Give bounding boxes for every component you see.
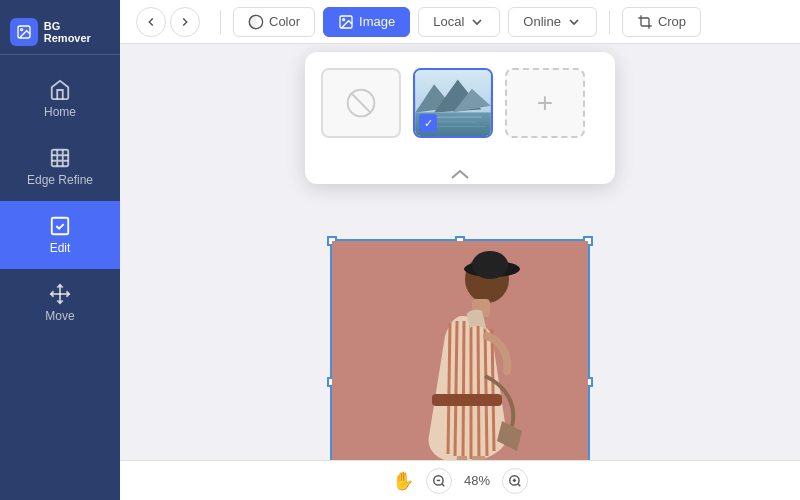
zoom-control: ✋ 48% <box>392 468 528 494</box>
edge-refine-label: Edge Refine <box>27 173 93 187</box>
color-label: Color <box>269 14 300 29</box>
sidebar-item-edge-refine[interactable]: Edge Refine <box>0 133 120 201</box>
panel-collapse-arrow[interactable] <box>450 168 470 182</box>
toolbar-divider-1 <box>220 10 221 34</box>
svg-line-28 <box>485 325 487 456</box>
color-icon <box>248 14 264 30</box>
logo-icon <box>10 18 38 46</box>
thumbnail-add-button[interactable]: + <box>505 68 585 138</box>
edit-icon <box>49 215 71 237</box>
svg-line-29 <box>492 329 494 451</box>
edge-refine-icon <box>49 147 71 169</box>
crop-icon <box>637 14 653 30</box>
thumbnail-selected-check: ✓ <box>419 114 437 132</box>
crop-label: Crop <box>658 14 686 29</box>
online-label: Online <box>523 14 561 29</box>
zoom-level: 48% <box>464 473 490 488</box>
forward-button[interactable] <box>170 7 200 37</box>
svg-point-22 <box>472 251 508 279</box>
svg-rect-31 <box>432 394 502 406</box>
local-label: Local <box>433 14 464 29</box>
svg-point-8 <box>343 18 345 20</box>
nav-buttons <box>136 7 200 37</box>
zoom-in-button[interactable] <box>502 468 528 494</box>
zoom-in-icon <box>508 474 522 488</box>
app-title: BG Remover <box>44 20 110 44</box>
person-svg <box>332 241 588 460</box>
image-panel: ✓ + <box>305 52 615 184</box>
svg-line-25 <box>463 321 464 458</box>
back-icon <box>144 15 158 29</box>
main-content: Color Image Local Online <box>120 0 800 500</box>
image-icon <box>338 14 354 30</box>
app-logo: BG Remover <box>0 10 120 55</box>
home-label: Home <box>44 105 76 119</box>
image-button[interactable]: Image <box>323 7 410 37</box>
image-label: Image <box>359 14 395 29</box>
add-icon: + <box>537 87 553 119</box>
svg-line-30 <box>448 323 450 454</box>
svg-point-1 <box>21 29 23 31</box>
sidebar: BG Remover Home Edge Refine Edit <box>0 0 120 500</box>
zoom-out-icon <box>432 474 446 488</box>
bottom-bar: ✋ 48% <box>120 460 800 500</box>
sidebar-item-edit[interactable]: Edit <box>0 201 120 269</box>
canvas-image <box>332 241 588 460</box>
back-button[interactable] <box>136 7 166 37</box>
svg-line-10 <box>352 94 371 113</box>
svg-line-33 <box>442 483 445 486</box>
toolbar: Color Image Local Online <box>120 0 800 44</box>
svg-line-36 <box>518 483 521 486</box>
sidebar-item-home[interactable]: Home <box>0 65 120 133</box>
canvas-area: ✓ + <box>120 44 800 460</box>
crop-button[interactable]: Crop <box>622 7 701 37</box>
local-button[interactable]: Local <box>418 7 500 37</box>
edit-label: Edit <box>50 241 71 255</box>
svg-line-24 <box>455 321 457 456</box>
thumbnail-empty[interactable] <box>321 68 401 138</box>
svg-rect-3 <box>52 218 69 235</box>
sidebar-item-move[interactable]: Move <box>0 269 120 337</box>
online-chevron-icon <box>566 14 582 30</box>
chevron-up-icon <box>450 168 470 182</box>
hand-tool-button[interactable]: ✋ <box>392 470 414 492</box>
svg-rect-2 <box>52 150 69 167</box>
local-chevron-icon <box>469 14 485 30</box>
toolbar-divider-2 <box>609 10 610 34</box>
no-image-icon <box>345 87 377 119</box>
move-icon <box>49 283 71 305</box>
thumbnail-landscape[interactable]: ✓ <box>413 68 493 138</box>
home-icon <box>49 79 71 101</box>
canvas-selection-box[interactable] <box>330 239 590 460</box>
online-button[interactable]: Online <box>508 7 597 37</box>
zoom-out-button[interactable] <box>426 468 452 494</box>
svg-line-27 <box>478 322 479 459</box>
move-label: Move <box>45 309 74 323</box>
color-button[interactable]: Color <box>233 7 315 37</box>
thumbnail-list: ✓ + <box>321 68 599 138</box>
forward-icon <box>178 15 192 29</box>
